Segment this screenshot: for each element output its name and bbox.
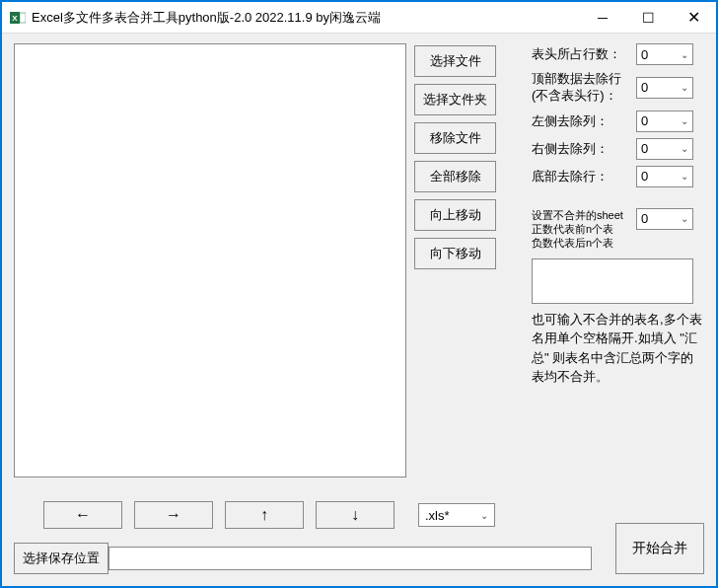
window-title: Excel多文件多表合并工具python版-2.0 2022.11.9 by闲逸… (32, 9, 580, 27)
top-remove-label: 顶部数据去除行(不含表头行)： (532, 71, 630, 105)
chevron-down-icon: ⌄ (681, 82, 688, 93)
chevron-down-icon: ⌄ (480, 510, 488, 521)
sheet-exclude-label: 设置不合并的sheet 正数代表前n个表 负数代表后n个表 (532, 208, 630, 251)
titlebar: X Excel多文件多表合并工具python版-2.0 2022.11.9 by… (2, 2, 716, 34)
file-list[interactable] (14, 43, 406, 478)
top-remove-select[interactable]: 0 ⌄ (636, 77, 693, 99)
save-location-button[interactable]: 选择保存位置 (14, 543, 108, 574)
sheet-exclude-textarea[interactable] (532, 258, 693, 304)
remove-file-button[interactable]: 移除文件 (414, 122, 496, 154)
bottom-section: ← → ↑ ↓ .xls* ⌄ 选择保存位置 开始合并 (14, 501, 704, 574)
nav-up-button[interactable]: ↑ (225, 501, 304, 529)
header-rows-select[interactable]: 0 ⌄ (636, 43, 693, 65)
nav-right-button[interactable]: → (134, 501, 213, 529)
move-down-button[interactable]: 向下移动 (414, 238, 496, 269)
file-button-column: 选择文件 选择文件夹 移除文件 全部移除 向上移动 向下移动 (414, 43, 496, 478)
window-controls: ─ ☐ ✕ (580, 2, 716, 33)
sheet-exclude-select[interactable]: 0 ⌄ (636, 208, 693, 230)
move-up-button[interactable]: 向上移动 (414, 199, 496, 231)
app-window: X Excel多文件多表合并工具python版-2.0 2022.11.9 by… (0, 0, 718, 588)
chevron-down-icon: ⌄ (681, 213, 688, 224)
nav-row: ← → ↑ ↓ .xls* ⌄ (14, 501, 704, 529)
remove-all-button[interactable]: 全部移除 (414, 161, 496, 192)
right-remove-select[interactable]: 0 ⌄ (636, 138, 693, 160)
nav-left-button[interactable]: ← (43, 501, 122, 529)
bottom-remove-label: 底部去除行： (532, 168, 630, 185)
left-remove-select[interactable]: 0 ⌄ (636, 110, 693, 132)
right-remove-label: 右侧去除列： (532, 140, 630, 158)
start-merge-button[interactable]: 开始合并 (615, 523, 704, 574)
svg-text:X: X (12, 14, 18, 23)
extension-filter-select[interactable]: .xls* ⌄ (418, 503, 495, 527)
chevron-down-icon: ⌄ (681, 49, 688, 60)
nav-down-button[interactable]: ↓ (316, 501, 395, 529)
parameters-column: 表头所占行数： 0 ⌄ 顶部数据去除行(不含表头行)： 0 ⌄ 左侧去除列： (504, 43, 704, 478)
select-folder-button[interactable]: 选择文件夹 (414, 84, 496, 115)
svg-rect-1 (20, 13, 26, 23)
save-path-input[interactable] (108, 547, 592, 570)
maximize-button[interactable]: ☐ (625, 2, 671, 33)
minimize-button[interactable]: ─ (580, 2, 625, 33)
close-button[interactable]: ✕ (671, 2, 716, 33)
content-area: 选择文件 选择文件夹 移除文件 全部移除 向上移动 向下移动 表头所占行数： 0… (2, 34, 716, 487)
help-text: 也可输入不合并的表名,多个表名用单个空格隔开.如填入 "汇总" 则表名中含汇总两… (532, 310, 704, 387)
chevron-down-icon: ⌄ (681, 115, 688, 126)
header-rows-label: 表头所占行数： (532, 45, 630, 63)
save-row: 选择保存位置 (14, 543, 704, 574)
excel-icon: X (10, 10, 26, 26)
bottom-remove-select[interactable]: 0 ⌄ (636, 166, 693, 187)
chevron-down-icon: ⌄ (681, 143, 688, 154)
select-files-button[interactable]: 选择文件 (414, 45, 496, 77)
chevron-down-icon: ⌄ (681, 171, 688, 182)
left-remove-label: 左侧去除列： (532, 112, 630, 130)
